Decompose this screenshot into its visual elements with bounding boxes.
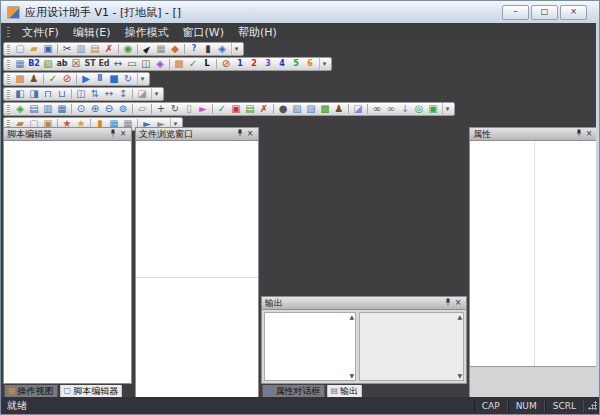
layout-lock-icon[interactable]: ◪ [135, 88, 149, 100]
zoom-in-icon[interactable]: ⊕ [88, 103, 102, 115]
help-icon[interactable]: ? [187, 43, 201, 55]
image-delete-icon[interactable]: ✗ [257, 103, 271, 115]
checkbox-control-icon[interactable]: ☒ [69, 58, 83, 70]
toolbar-overflow-button[interactable]: ▾ [319, 58, 329, 70]
pause-icon[interactable]: Ⅱ [93, 73, 107, 85]
toolbar-grip[interactable] [7, 60, 10, 69]
menu-item-file[interactable]: 文件(F) [15, 23, 66, 42]
pin-icon[interactable] [443, 298, 453, 308]
resize-grip[interactable] [588, 401, 597, 410]
pin-icon[interactable] [108, 129, 118, 139]
toolbar-grip[interactable] [7, 105, 10, 114]
menu-item-mode[interactable]: 操作模式 [117, 23, 175, 42]
pin-icon[interactable] [235, 129, 245, 139]
order-3-icon[interactable]: 3 [261, 58, 275, 70]
loop-icon[interactable]: ↻ [121, 73, 135, 85]
component-icon[interactable]: ◈ [215, 43, 229, 55]
layers-front-icon[interactable]: ▤ [27, 103, 41, 115]
new-file-icon[interactable]: ▢ [13, 43, 27, 55]
image-1-icon[interactable]: ▧ [290, 103, 304, 115]
output-list-right[interactable]: ▲ ▼ [359, 312, 464, 381]
disable-icon[interactable]: ⊘ [219, 58, 233, 70]
image-2-icon[interactable]: ▨ [304, 103, 318, 115]
textbox-control-icon[interactable]: ab [55, 58, 69, 70]
close-icon[interactable]: × [245, 129, 255, 139]
save-icon[interactable]: ▣ [41, 43, 55, 55]
cloud-icon[interactable]: ● [276, 103, 290, 115]
align-top-icon[interactable]: ⊓ [41, 88, 55, 100]
rotate-icon[interactable]: ↻ [168, 103, 182, 115]
menu-item-help[interactable]: 帮助(H) [231, 23, 284, 42]
apply-check-icon[interactable]: ✓ [186, 58, 200, 70]
menu-item-edit[interactable]: 编辑(E) [66, 23, 118, 42]
style-icon[interactable]: ◈ [13, 103, 27, 115]
center-horizontal-icon[interactable]: ◫ [74, 88, 88, 100]
syntax-check-icon[interactable]: ◉ [121, 43, 135, 55]
file-browser-area[interactable] [135, 141, 259, 398]
region-icon[interactable]: ▣ [426, 103, 440, 115]
cut-icon[interactable]: ✂ [60, 43, 74, 55]
actor-icon[interactable]: ♟ [27, 73, 41, 85]
resource-control-icon[interactable]: ◈ [153, 58, 167, 70]
table-control-icon[interactable]: ▦ [13, 58, 27, 70]
close-icon[interactable]: × [453, 298, 463, 308]
target-icon[interactable]: ◎ [412, 103, 426, 115]
paste-icon[interactable]: ▤ [88, 43, 102, 55]
copy-icon[interactable]: ▥ [74, 43, 88, 55]
actor-2-icon[interactable]: ♟ [332, 103, 346, 115]
scroll-down-icon[interactable]: ▼ [349, 373, 354, 379]
run-block-icon[interactable]: ⊘ [60, 73, 74, 85]
toolbar-overflow-button[interactable]: ▾ [442, 103, 452, 115]
output-list-left[interactable]: ▲ ▼ [264, 312, 356, 381]
letter-l-icon[interactable]: L [200, 58, 214, 70]
script-editor-area[interactable] [3, 141, 132, 384]
align-bottom-icon[interactable]: ⊔ [55, 88, 69, 100]
progress-control-icon[interactable]: ▭ [125, 58, 139, 70]
page-icon[interactable]: ▯ [182, 103, 196, 115]
toolbar-grip[interactable] [7, 45, 10, 54]
center-vertical-icon[interactable]: ⇅ [88, 88, 102, 100]
zoom-fit-icon[interactable]: ⊚ [116, 103, 130, 115]
toolbar-overflow-button[interactable]: ▾ [137, 73, 147, 85]
order-4-icon[interactable]: 4 [275, 58, 289, 70]
toolbar-overflow-button[interactable]: ▾ [151, 88, 161, 100]
restore-button[interactable]: □ [531, 5, 558, 20]
verify-icon[interactable]: ✓ [215, 103, 229, 115]
scroll-down-icon[interactable]: ▼ [457, 373, 462, 379]
minimize-button[interactable]: – [502, 5, 529, 20]
same-width-icon[interactable]: ↔ [102, 88, 116, 100]
move-tool-icon[interactable]: + [154, 103, 168, 115]
order-5-icon[interactable]: 5 [289, 58, 303, 70]
stop-icon[interactable]: ■ [107, 73, 121, 85]
toolbar-grip[interactable] [7, 75, 10, 84]
transform-icon[interactable]: ► [196, 103, 210, 115]
image-ok-icon[interactable]: ▤ [243, 103, 257, 115]
close-icon[interactable]: × [118, 129, 128, 139]
menu-item-window[interactable]: 窗口(W) [175, 23, 230, 42]
pin-icon[interactable] [574, 129, 584, 139]
run-check-icon[interactable]: ✓ [46, 73, 60, 85]
static-control-icon[interactable]: ST [83, 58, 97, 70]
arrow-down-icon[interactable]: ↓ [398, 103, 412, 115]
order-6-icon[interactable]: 6 [303, 58, 317, 70]
property-grid[interactable] [470, 141, 597, 366]
scroll-up-icon[interactable]: ▲ [349, 314, 354, 320]
color-block-icon[interactable]: ▣ [229, 103, 243, 115]
binoculars-icon[interactable]: ∞ [370, 103, 384, 115]
menu-grip[interactable] [7, 27, 10, 37]
property-grid-splitter[interactable] [534, 141, 535, 366]
image-control-icon[interactable]: ▧ [41, 58, 55, 70]
zoom-out-icon[interactable]: ⊖ [102, 103, 116, 115]
grid-toggle-icon[interactable]: ▦ [154, 43, 168, 55]
snapshot-icon[interactable]: ▱ [135, 103, 149, 115]
align-right-icon[interactable]: ◨ [27, 88, 41, 100]
designer-view-icon[interactable]: ▩ [13, 73, 27, 85]
info-icon[interactable]: ⊙ [74, 103, 88, 115]
delete-icon[interactable]: ✗ [102, 43, 116, 55]
close-button[interactable]: × [560, 5, 587, 20]
layers-merge-icon[interactable]: ▦ [55, 103, 69, 115]
slider-control-icon[interactable]: ↔ [111, 58, 125, 70]
palette-icon[interactable]: ◆ [168, 43, 182, 55]
combo-control-icon[interactable]: ◫ [139, 58, 153, 70]
order-1-icon[interactable]: 1 [233, 58, 247, 70]
